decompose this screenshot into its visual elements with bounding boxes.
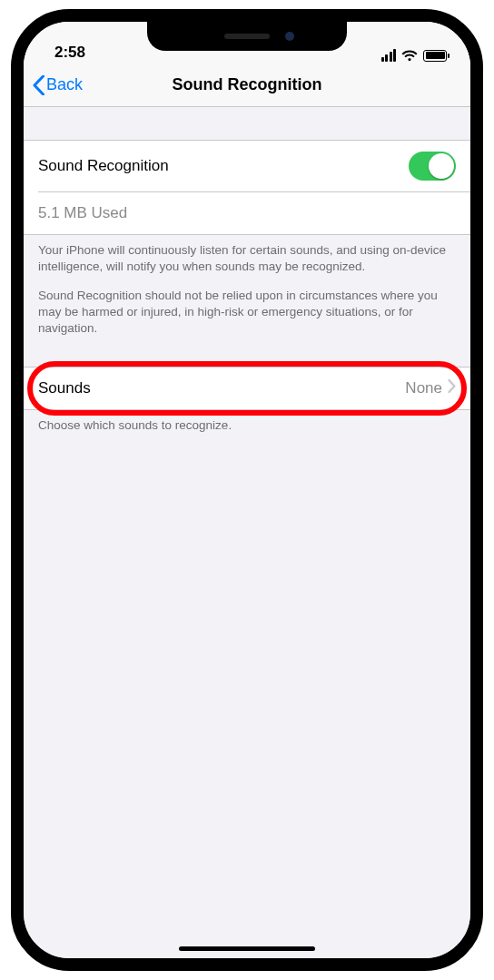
sound-recognition-label: Sound Recognition (38, 157, 169, 175)
nav-bar: Back Sound Recognition (24, 64, 470, 107)
wifi-icon (401, 50, 418, 62)
description-paragraph-1: Your iPhone will continuously listen for… (38, 242, 456, 275)
back-button[interactable]: Back (33, 75, 83, 95)
content-scroll[interactable]: Sound Recognition 5.1 MB Used Your iPhon… (24, 107, 470, 958)
home-indicator[interactable] (179, 946, 315, 951)
page-title: Sound Recognition (24, 75, 470, 94)
sound-recognition-toggle[interactable] (409, 152, 456, 181)
chevron-right-icon (448, 379, 456, 397)
screen: 2:58 Back Sound Recognition (24, 22, 470, 958)
storage-used-label: 5.1 MB Used (38, 204, 127, 222)
chevron-left-icon (33, 75, 44, 95)
sounds-label: Sounds (38, 379, 91, 397)
sound-recognition-group: Sound Recognition 5.1 MB Used (24, 140, 470, 235)
status-icons (381, 49, 448, 62)
sounds-row-highlight: Sounds None (24, 367, 470, 410)
status-time: 2:58 (54, 44, 85, 62)
sounds-row[interactable]: Sounds None (24, 368, 470, 409)
sound-recognition-description: Your iPhone will continuously listen for… (24, 235, 470, 345)
description-paragraph-2: Sound Recognition should not be relied u… (38, 288, 456, 338)
battery-icon (423, 50, 447, 62)
sounds-footer-text: Choose which sounds to recognize. (38, 417, 456, 434)
back-label: Back (46, 75, 83, 94)
storage-used-row: 5.1 MB Used (24, 192, 470, 234)
device-frame: 2:58 Back Sound Recognition (11, 9, 483, 971)
sounds-value: None (405, 379, 448, 397)
sounds-footer: Choose which sounds to recognize. (24, 410, 470, 441)
device-notch (147, 22, 347, 51)
cellular-signal-icon (381, 49, 397, 62)
sound-recognition-toggle-row[interactable]: Sound Recognition (24, 141, 470, 191)
